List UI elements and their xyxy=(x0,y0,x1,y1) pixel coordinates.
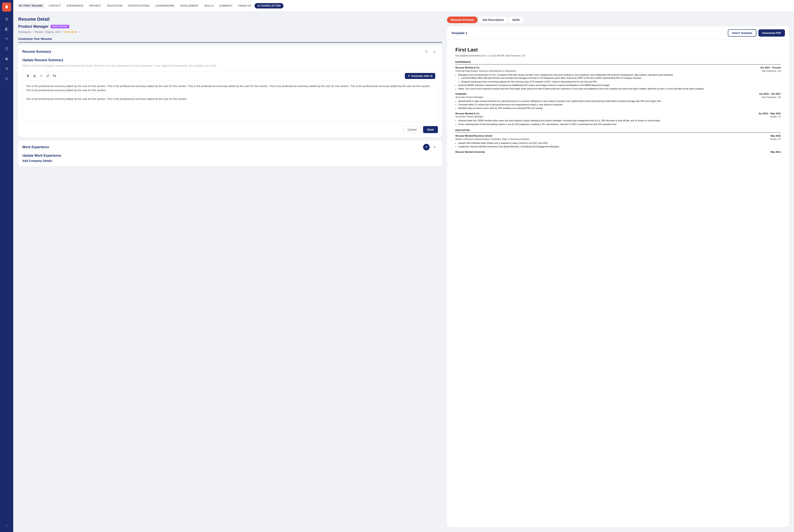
bullet-item: Identified steps to reduce return rates … xyxy=(458,107,781,110)
add-company-details-label: Add Company Details xyxy=(22,159,438,163)
exp-bullets-3: Analyzed data from 25000 monthly active … xyxy=(455,119,781,126)
sidebar-grid-icon[interactable]: ⊞ xyxy=(2,15,11,23)
nav-experience[interactable]: EXPERIENCE xyxy=(64,3,86,8)
list-button[interactable]: ≡ xyxy=(38,73,44,79)
experience-section-title: EXPERIENCE xyxy=(455,60,781,64)
bullet-item: Notes: Your most recent experience shoul… xyxy=(458,87,781,90)
preview-actions: Select Template Download PDF xyxy=(728,30,785,37)
edu-item-2: Resume Worded University May 2011 xyxy=(455,150,781,154)
bullet-item: Analyzed data from 25000 monthly active … xyxy=(458,119,781,122)
exp-bullets-2: Spearheaded a major pricing restructure … xyxy=(455,100,781,110)
app-logo[interactable] xyxy=(2,2,11,12)
tab-resume-preview[interactable]: Resume Preview xyxy=(447,17,477,23)
nav-my-first-resume[interactable]: MY FIRST RESUME xyxy=(17,3,45,8)
company-name: Pentagram xyxy=(18,31,32,34)
nav-education[interactable]: EDUCATION xyxy=(105,3,125,8)
exp-item-3: Resume Worded & Co. Jun 2011 – May 2013 … xyxy=(455,112,781,126)
job-meta: Pentagram • Reston, Virginia, USA • ★ ★ … xyxy=(18,30,442,34)
edu-school-2: Resume Worded University xyxy=(455,150,485,154)
job-rating: ★ ★ ★ ★ ★ xyxy=(64,30,80,34)
exp-location-3: Austin, TX xyxy=(770,115,781,118)
resume-summary-header[interactable]: Resume Summary ✎ ∧ xyxy=(18,45,442,58)
bullet-item: Drove redevelopment of internal tracking… xyxy=(458,123,781,126)
link-button[interactable]: 🔗 xyxy=(45,73,51,79)
summary-text-editor[interactable]: This is the professional summary added b… xyxy=(22,81,438,122)
exp-location-1: San Francisco, CA xyxy=(762,70,781,73)
generate-with-ai-button[interactable]: ✦ Generate with AI xyxy=(405,73,435,79)
edu-school-1: Resume Worded Business School xyxy=(455,134,492,137)
work-experience-title: Work Experience xyxy=(22,145,49,149)
resume-summary-title: Resume Summary xyxy=(22,50,51,54)
education-section-title: EDUCATION xyxy=(455,129,781,133)
nav-project[interactable]: PROJECT xyxy=(87,3,104,8)
sidebar-puzzle-icon[interactable]: ⧉ xyxy=(2,64,11,73)
edit-summary-icon[interactable]: ✎ xyxy=(423,49,430,55)
top-navigation: MY FIRST RESUME CONTACT EXPERIENCE PROJE… xyxy=(13,0,794,12)
resume-summary-form: Update Resume Summary Write 2-4 short & … xyxy=(18,58,442,137)
edu-location-1: Austin, TX xyxy=(770,138,781,141)
bold-button[interactable]: B xyxy=(25,73,31,79)
content-area: Resume Detail Product Manager NEGOTIATIN… xyxy=(13,12,794,532)
flame-icon xyxy=(4,4,10,10)
exp-item-2: Instamake Jun 2015 – Oct 2017 Associate … xyxy=(455,92,781,110)
main-area: MY FIRST RESUME CONTACT EXPERIENCE PROJE… xyxy=(13,0,794,532)
exp-role-2: Associate Product Manager xyxy=(455,96,483,99)
exp-date-1: Oct 2017 – Present xyxy=(760,66,781,69)
edu-degree-1: Master of Business Administration Candid… xyxy=(455,138,530,141)
nav-finish-up[interactable]: FINISH UP xyxy=(236,3,254,8)
star-2: ★ xyxy=(68,30,70,34)
underline-button[interactable]: U xyxy=(32,73,37,79)
add-work-experience-button[interactable]: + xyxy=(423,144,430,150)
collapse-summary-icon[interactable]: ∧ xyxy=(431,49,438,55)
select-template-button[interactable]: Select Template xyxy=(728,30,756,37)
tab-job-description[interactable]: Job Description xyxy=(478,17,508,23)
work-header-actions: + ∧ xyxy=(423,144,438,150)
job-info: Product Manager NEGOTIATING Pentagram • … xyxy=(18,24,442,34)
nav-ai-cover-letter[interactable]: AI COVER LETTER xyxy=(255,3,284,8)
nav-coursework[interactable]: COURSEWORK xyxy=(153,3,177,8)
nav-skills[interactable]: SKILLS xyxy=(202,3,216,8)
resume-preview-container: Template 1 Select Template Download PDF … xyxy=(447,26,789,527)
template-label: Template 1 xyxy=(451,31,467,35)
job-location: Reston, Virginia, USA xyxy=(35,31,61,34)
exp-item-1: Resume Worded & Co. Oct 2017 – Present F… xyxy=(455,66,781,90)
nav-summary[interactable]: SUMMARY xyxy=(217,3,235,8)
clear-format-button[interactable]: Tx xyxy=(52,73,57,79)
sub-bullet-item: Launched Miami office with lead Director… xyxy=(461,76,781,80)
form-hint: Write 2-4 short & energetic sentences to… xyxy=(22,64,438,68)
form-actions: Cancel Save xyxy=(22,126,438,133)
sidebar-person-icon[interactable]: ◉ xyxy=(2,55,11,63)
summary-header-actions: ✎ ∧ xyxy=(423,49,438,55)
edu-bullets-1: Awards: Bill & Melinda Gates Fellow (onl… xyxy=(455,141,781,148)
customize-label: Customize Your Resume xyxy=(18,37,442,42)
edu-date-2: May 2011 xyxy=(771,150,781,154)
exp-date-2: Jun 2015 – Oct 2017 xyxy=(759,92,781,95)
resume-contact: first.last@resumeworded.com | +1 (123) 4… xyxy=(455,54,781,57)
sidebar-edit-icon[interactable]: ✎ xyxy=(2,35,11,43)
work-experience-section: Work Experience + ∧ Update Work Experien… xyxy=(18,140,442,167)
sidebar-layers-icon[interactable]: ☰ xyxy=(2,45,11,53)
star-3: ★ xyxy=(71,30,74,34)
bullet-item: Leadership: Resume Worded Investment Clu… xyxy=(458,145,781,148)
download-pdf-button[interactable]: Download PDF xyxy=(758,30,785,37)
save-button[interactable]: Save xyxy=(423,126,438,133)
edu-date-1: May 2015 xyxy=(771,134,781,137)
sidebar-logout-icon[interactable]: → xyxy=(2,521,11,530)
tab-skills[interactable]: Skills xyxy=(509,17,523,23)
exp-bullets-1: Managed cross-functional team of 10 in 3… xyxy=(455,73,781,90)
work-experience-header[interactable]: Work Experience + ∧ xyxy=(18,140,442,154)
cancel-button[interactable]: Cancel xyxy=(403,126,421,133)
preview-tabs: Resume Preview Job Description Skills xyxy=(447,17,789,23)
sidebar-headset-icon[interactable]: ◎ xyxy=(2,74,11,83)
exp-role-3: Associate Product Manager xyxy=(455,115,483,118)
nav-certifications[interactable]: CERTIFICATIONS xyxy=(126,3,152,8)
sidebar-document-icon[interactable]: ◧ xyxy=(2,25,11,33)
bullet-item: Achieved $200K reduction in department o… xyxy=(458,84,781,87)
sidebar: ⊞ ◧ ✎ ☰ ◉ ⧉ ◎ → xyxy=(0,0,13,532)
collapse-work-icon[interactable]: ∧ xyxy=(431,144,438,150)
star-1: ★ xyxy=(64,30,67,34)
exp-date-3: Jun 2011 – May 2013 xyxy=(758,112,781,115)
nav-involvement[interactable]: INVOLVEMENT xyxy=(178,3,201,8)
nav-contact[interactable]: CONTACT xyxy=(46,3,63,8)
negotiating-badge: NEGOTIATING xyxy=(51,25,69,28)
